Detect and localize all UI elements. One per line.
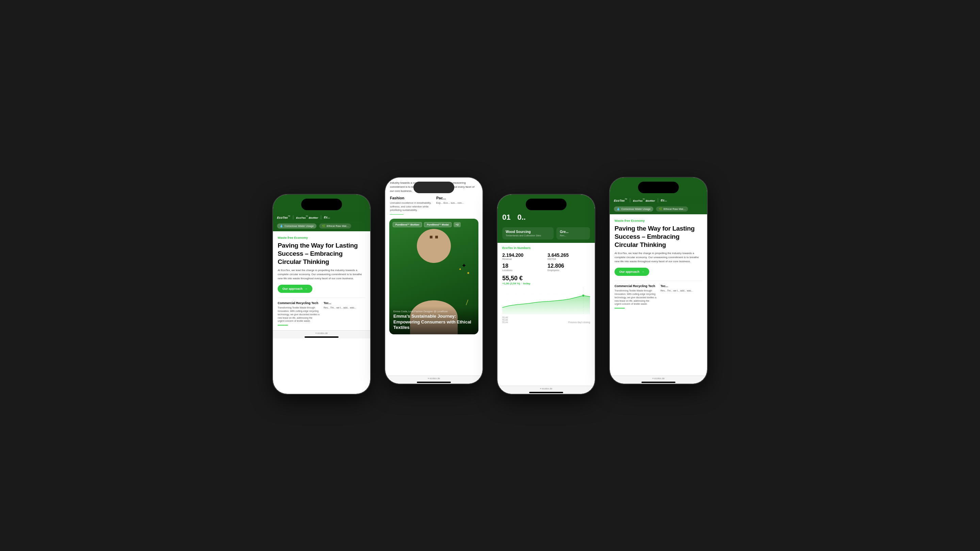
logo-ec-1: Ec... (324, 216, 331, 219)
sparkle-small-2: ✦ (466, 271, 470, 275)
footer-4: ≡ ecotex.de (610, 377, 707, 380)
chart-prev-3: Previous day's closing (568, 321, 590, 324)
stat-locations-3: 18 Locations (502, 263, 545, 272)
phone-4: EcoTex™ EcoTex™ Biofiler Ec... 💧 Conscio… (609, 177, 708, 384)
home-content-1: Waste-free Economy Paving the Way for La… (273, 231, 370, 330)
hero-desc-1: At EcoTex, we lead the charge in propell… (278, 268, 366, 281)
stats-card-gre-3: Gre... Ren... (556, 227, 590, 240)
content-cols-2: Fashion Unrivaled excellence in breathab… (390, 196, 478, 214)
dynamic-island-2 (414, 182, 454, 193)
footer-text-3: ≡ ecotex.de (540, 387, 552, 390)
hero-title-1: Paving the Way for Lasting Success – Emb… (278, 241, 366, 266)
phone-1: EcoTex™ EcoTex™ Biofiler Ec... 💧 Conscio… (272, 194, 371, 395)
hero-title-4: Paving the Way for Lasting Success – Emb… (614, 224, 702, 249)
category-1: Waste-free Economy (278, 236, 366, 240)
card-desc-1b: Rev... Thr... we t... add... was... (324, 306, 366, 310)
pill-water-4[interactable]: 💧 Conscious Water Usage (614, 206, 653, 211)
leaf-icon-1: 🌿 (322, 224, 325, 227)
stats-grid-3: 2.194.200 Revenue 3.645.265 EBITDA 18 Lo… (502, 252, 590, 272)
employees-value-3: 12.806 (547, 263, 590, 269)
footer-2: ≡ ecotex.de (385, 377, 482, 380)
card-underline-4a (614, 308, 625, 308)
approach-label-1: Our approach (282, 287, 302, 291)
logo-biofiler-1: EcoTex™ Biofiler (296, 215, 318, 219)
phones-container: EcoTex™ EcoTex™ Biofiler Ec... 💧 Conscio… (272, 156, 708, 395)
chart-axis-3: 55,48 55,46 55,44 Previous day's closing (502, 316, 590, 324)
chart-y3-3: 55,44 (502, 321, 508, 324)
chart-svg-3 (502, 287, 590, 314)
pill-bar-4: 💧 Conscious Water Usage 🌿 Ethical Raw Ma… (610, 205, 707, 214)
card-title-4b: Tec... (660, 284, 702, 288)
fashion-image-2: PureBlend™ Biofiber PureBlend™ Modal +2 … (389, 219, 479, 334)
pill-water-1[interactable]: 💧 Conscious Water Usage (277, 224, 317, 229)
dynamic-island-3 (526, 198, 566, 210)
tag-biofiber-2: PureBlend™ Biofiber (393, 222, 422, 227)
approach-label-4: Our approach (619, 270, 640, 273)
card-desc-4b: Rev... Thr... we t... add... was... (660, 289, 702, 292)
category-4: Waste-free Economy (614, 219, 702, 222)
card-col-1a: Commercial Recycling Tech Transforming T… (278, 301, 320, 325)
water-drop-icon-4: 💧 (617, 208, 620, 211)
card-desc-4a: Transforming Textile Waste through Innov… (614, 289, 656, 306)
card-col-4b: Tec... Rev... Thr... we t... add... was.… (660, 284, 702, 308)
approach-btn-4[interactable]: Our approach → (614, 268, 649, 276)
pill-bar-1: 💧 Conscious Water Usage 🌿 Ethical Raw Ma… (273, 221, 370, 231)
logo-ecotex-1: EcoTex™ (277, 215, 290, 219)
locations-label-3: Locations (502, 269, 545, 272)
home-content-4: Waste-free Economy Paving the Way for La… (610, 214, 707, 313)
revenue-value-3: 2.194.200 (502, 252, 545, 258)
home-indicator-1 (305, 337, 339, 338)
home-indicator-4 (641, 382, 675, 383)
fashion-credit-2: Emma Costa, Lead Fashion Designer @ Luna… (393, 310, 474, 313)
stats-cards-row-3: Wood Sourcing Timberlands and Cultivatio… (502, 227, 590, 240)
card-title-1b: Tec... (324, 301, 366, 305)
col-pac-2: Pac... Exp... Eco... sus... con... (436, 196, 478, 214)
phone-stats-3: 01 0.. Wood Sourcing Timberlands and Cul… (498, 195, 595, 394)
stock-chart-3: 55,48 55,46 55,44 Previous day's closing (502, 287, 590, 324)
card-section-4: Commercial Recycling Tech Transforming T… (614, 281, 702, 308)
nav-bar-4: EcoTex™ EcoTex™ Biofiler Ec... (610, 196, 707, 205)
ebitda-value-3: 3.645.265 (547, 252, 590, 258)
stat-revenue-3: 2.194.200 Revenue (502, 252, 545, 260)
fashion-tags-2: PureBlend™ Biofiber PureBlend™ Modal +2 (393, 222, 461, 227)
stats-card-wood-3: Wood Sourcing Timberlands and Cultivatio… (502, 227, 554, 240)
stat-employees-3: 12.806 Employees (547, 263, 590, 272)
chart-y2-3: 55,46 (502, 319, 508, 321)
arrow-icon-1: → (305, 287, 308, 291)
card-title-1a: Commercial Recycling Tech (278, 301, 320, 305)
footer-3: ≡ ecotex.de (498, 387, 595, 390)
phone-content-2: industry towards a complete circular eco… (385, 178, 482, 384)
pac-desc-2: Exp... Eco... sus... con... (436, 202, 478, 205)
footer-text-4: ≡ ecotex.de (652, 377, 665, 380)
footer-text-2: ≡ ecotex.de (428, 377, 440, 380)
stat-ebitda-3: 3.645.265 EBITDA (547, 252, 590, 260)
hero-desc-4: At EcoTex, we lead the charge in propell… (614, 251, 702, 264)
card-col-4a: Commercial Recycling Tech Transforming T… (614, 284, 656, 308)
ebitda-label-3: EBITDA (547, 258, 590, 260)
pill-raw-1[interactable]: 🌿 Ethical Raw Mat... (319, 224, 351, 229)
card-col-1b: Tec... Rev... Thr... we t... add... was.… (324, 301, 366, 325)
pill-raw-label-4: Ethical Raw Mat... (663, 208, 685, 211)
fashion-underline-2 (390, 214, 404, 215)
fashion-quote-2: Emma's Sustainable Journey: Empowering C… (393, 314, 474, 330)
dynamic-island-4 (638, 182, 679, 193)
home-indicator-2 (417, 382, 451, 383)
tag-modal-2: PureBlend™ Modal (424, 222, 451, 227)
locations-value-3: 18 (502, 263, 545, 269)
wood-sub-3: Timberlands and Cultivation Sites (506, 234, 550, 237)
gre-sub-3: Ren... (560, 234, 587, 237)
wood-title-3: Wood Sourcing (506, 230, 550, 233)
stock-price-3: 55,50 € (502, 275, 590, 282)
pill-water-label-4: Conscious Water Usage (621, 208, 651, 211)
logo-ec-4: Ec... (661, 198, 667, 202)
leaf-icon-4: 🌿 (659, 208, 662, 211)
gre-title-3: Gre... (560, 230, 587, 233)
stock-section-3: 55,50 € +1,90 (3,54 %) ↑ today (502, 275, 590, 285)
footer-text-1: ≡ ecotex.de (315, 332, 328, 334)
phone-3: 01 0.. Wood Sourcing Timberlands and Cul… (497, 194, 595, 395)
approach-btn-1[interactable]: Our approach → (278, 285, 312, 293)
home-indicator-3 (529, 392, 563, 393)
pill-raw-4[interactable]: 🌿 Ethical Raw Mat... (656, 206, 688, 211)
pac-title-2: Pac... (436, 196, 478, 200)
fashion-desc-2: Unrivaled excellence in breathability, s… (390, 202, 431, 212)
